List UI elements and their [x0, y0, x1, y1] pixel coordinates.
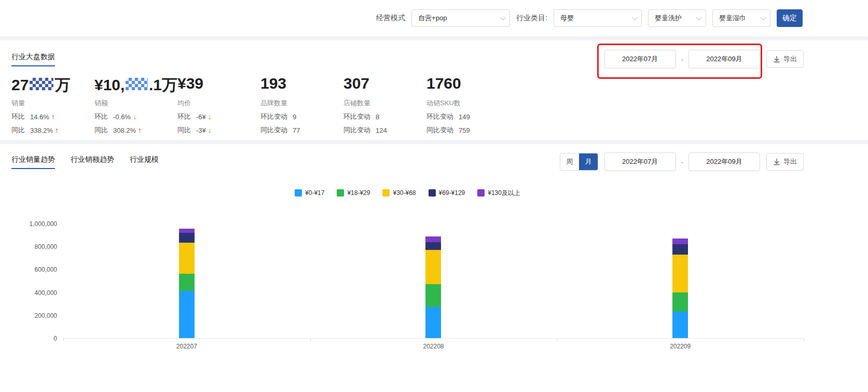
kpi-value-text: 27 — [11, 76, 29, 94]
legend-label: ¥18-¥29 — [347, 189, 370, 197]
metric-value: 149 — [459, 113, 470, 121]
metric-name: 同比 — [177, 125, 191, 135]
metric-name: 同比 — [94, 125, 108, 135]
bar-segment — [179, 229, 195, 233]
bar-segment — [672, 312, 688, 338]
kpi-card: ¥39均价环比-6¥↓同比-3¥↓ — [177, 75, 260, 135]
x-axis-label: 202207 — [63, 343, 310, 350]
kpi-metric-row: 环比14.6%↑ — [11, 112, 94, 121]
sub-category-select[interactable]: 婴童洗护 — [648, 9, 706, 27]
date-range-separator: - — [681, 158, 683, 166]
kpi-metric-row: 同比338.2%↑ — [11, 125, 94, 135]
category-select[interactable]: 母婴 — [554, 9, 642, 27]
tab-sales-amount-trend[interactable]: 行业销额趋势 — [71, 155, 114, 169]
kpi-metric-row: 环比变动8 — [343, 112, 426, 121]
kpi-value-text: 193 — [260, 75, 286, 92]
legend-item[interactable]: ¥130及以上 — [477, 189, 520, 198]
trend-date-range: 2022年07月 - 2022年09月 — [604, 152, 760, 171]
trend-export-button[interactable]: 导出 — [766, 153, 804, 171]
legend-item[interactable]: ¥69-¥129 — [429, 189, 465, 197]
kpi-card: 193品牌数量环比变动9同比变动77 — [260, 75, 343, 135]
bar-segment — [425, 284, 441, 307]
kpi-card: 1760动销SKU数环比变动149同比变动759 — [426, 75, 509, 135]
section-divider — [0, 140, 868, 144]
bar-slot-202208 — [310, 224, 557, 338]
kpi-value: ¥10,.1万 — [94, 75, 177, 94]
stacked-bar-202209 — [672, 224, 688, 338]
kpi-value-text: 1760 — [426, 75, 461, 92]
overview-export-button[interactable]: 导出 — [766, 50, 804, 68]
chevron-down-icon — [500, 15, 506, 20]
overview-date-start-input[interactable]: 2022年07月 — [604, 50, 676, 68]
kpi-metric-row: 同比308.2%↑ — [94, 125, 177, 135]
kpi-value-text: 307 — [343, 75, 369, 92]
legend-label: ¥30-¥68 — [393, 189, 416, 197]
download-icon — [773, 158, 780, 165]
x-axis-label: 202209 — [557, 343, 804, 350]
period-week-button[interactable]: 周 — [560, 153, 579, 170]
y-axis-tick-label: 0 — [53, 335, 57, 342]
kpi-value: 307 — [343, 75, 426, 94]
x-axis-tick — [310, 339, 311, 341]
tab-industry-scale[interactable]: 行业规模 — [130, 155, 159, 169]
legend-swatch — [337, 189, 344, 197]
metric-name: 环比变动 — [260, 112, 287, 121]
category-value: 母婴 — [560, 13, 574, 23]
kpi-metric-row: 环比变动149 — [426, 112, 509, 121]
overview-date-end-input[interactable]: 2022年09月 — [688, 50, 760, 68]
legend-swatch — [295, 189, 302, 197]
legend-swatch — [382, 189, 390, 197]
kpi-card: 307店铺数量环比变动8同比变动124 — [343, 75, 426, 135]
tab-sales-volume-trend[interactable]: 行业销量趋势 — [11, 155, 55, 169]
leaf-category-value: 婴童湿巾 — [719, 13, 746, 23]
plot-area-wrap: 0200,000400,000600,000800,0001,000,000 — [11, 224, 804, 339]
metric-value: 14.6% — [30, 113, 49, 121]
metric-value: -6¥ — [196, 113, 206, 121]
kpi-value-text: ¥39 — [177, 75, 203, 92]
download-icon — [773, 55, 780, 63]
trend-date-end-input[interactable]: 2022年09月 — [688, 152, 760, 171]
confirm-button[interactable]: 确定 — [777, 9, 803, 27]
bar-segment — [179, 243, 195, 273]
filter-bar: 经营模式 自营+pop 行业类目: 母婴 婴童洗护 婴童湿巾 确定 — [0, 0, 868, 36]
legend-item[interactable]: ¥18-¥29 — [337, 189, 370, 197]
y-axis: 0200,000400,000600,000800,0001,000,000 — [11, 224, 63, 339]
metric-name: 同比 — [11, 125, 25, 135]
metric-name: 环比变动 — [426, 112, 453, 121]
overview-controls: 2022年07月 - 2022年09月 导出 — [604, 50, 804, 68]
export-label: 导出 — [783, 54, 797, 64]
trend-header: 行业销量趋势 行业销额趋势 行业规模 周 月 2022年07月 - 2022年0… — [11, 151, 804, 172]
bar-segment — [672, 239, 688, 244]
leaf-category-select[interactable]: 婴童湿巾 — [712, 9, 770, 27]
x-axis-tick — [804, 339, 804, 341]
tab-industry-overview[interactable]: 行业大盘数据 — [11, 52, 55, 66]
kpi-metric-row: 同比变动124 — [343, 125, 426, 135]
kpi-card: ¥10,.1万销额环比-0.6%↓同比308.2%↑ — [94, 75, 177, 135]
bar-segment — [179, 274, 195, 291]
bar-segment — [179, 233, 195, 243]
trend-date-start-input[interactable]: 2022年07月 — [604, 152, 676, 171]
legend-label: ¥0-¥17 — [305, 189, 324, 197]
metric-value: 338.2% — [30, 127, 53, 134]
period-month-button[interactable]: 月 — [579, 153, 598, 170]
legend-item[interactable]: ¥30-¥68 — [382, 189, 416, 197]
x-axis: 202207202208202209 — [63, 339, 804, 352]
business-mode-select[interactable]: 自营+pop — [411, 9, 510, 27]
kpi-label: 均价 — [177, 99, 260, 108]
sub-category-value: 婴童洗护 — [655, 13, 682, 23]
industry-overview-section: 行业大盘数据 2022年07月 - 2022年09月 导出 27万销量环比14.… — [0, 40, 868, 140]
kpi-value: ¥39 — [177, 75, 260, 94]
bar-segment — [672, 292, 688, 312]
business-mode-value: 自营+pop — [418, 13, 447, 23]
kpi-value-text: 万 — [54, 75, 70, 96]
kpi-metric-row: 环比-6¥↓ — [177, 112, 260, 121]
trend-controls: 周 月 2022年07月 - 2022年09月 导出 — [560, 152, 804, 171]
kpi-label: 店铺数量 — [343, 99, 426, 108]
y-axis-tick-label: 400,000 — [35, 289, 57, 297]
kpi-value-text: .1万 — [149, 75, 177, 96]
legend-item[interactable]: ¥0-¥17 — [295, 189, 324, 197]
stacked-bar-202208 — [425, 224, 441, 338]
period-toggle: 周 月 — [560, 153, 598, 171]
export-label: 导出 — [783, 157, 797, 166]
stacked-bar-chart: ¥0-¥17¥18-¥29¥30-¥68¥69-¥129¥130及以上 0200… — [11, 189, 804, 352]
